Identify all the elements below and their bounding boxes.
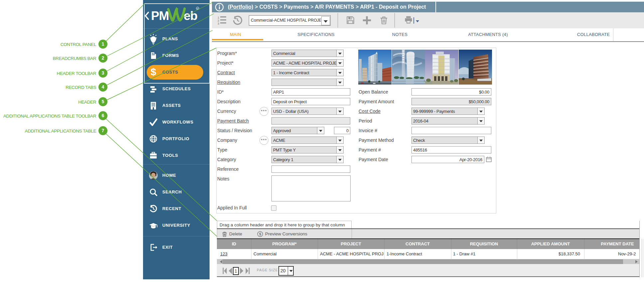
- svg-text:3: 3: [218, 22, 219, 25]
- svg-text:$: $: [259, 232, 261, 236]
